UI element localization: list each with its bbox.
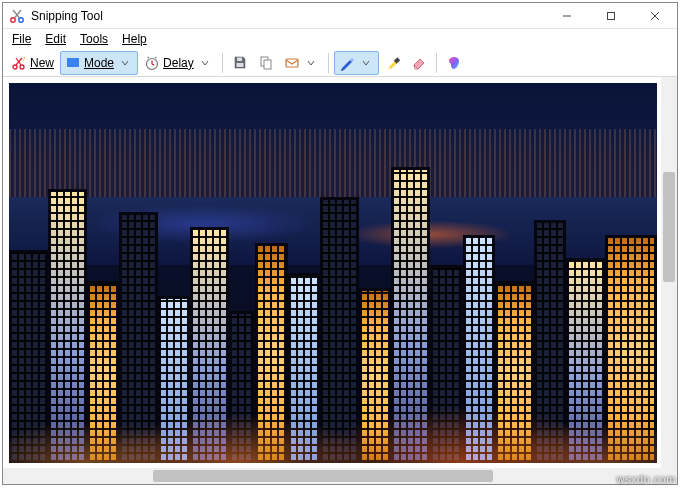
copy-button[interactable] — [254, 51, 278, 75]
vertical-scroll-thumb[interactable] — [663, 172, 675, 282]
canvas-viewport — [3, 77, 661, 468]
svg-rect-12 — [286, 59, 298, 67]
menu-edit[interactable]: Edit — [38, 30, 73, 48]
new-label: New — [30, 56, 54, 70]
chevron-down-icon — [117, 55, 133, 71]
highlighter-icon — [385, 55, 401, 71]
paint3d-button[interactable] — [442, 51, 466, 75]
window-title: Snipping Tool — [31, 9, 545, 23]
email-button[interactable] — [280, 51, 323, 75]
highlighter-button[interactable] — [381, 51, 405, 75]
svg-point-4 — [20, 65, 24, 69]
horizontal-scroll-thumb[interactable] — [153, 470, 493, 482]
app-window: Snipping Tool File Edit Tools Help — [2, 2, 678, 485]
delay-button[interactable]: Delay — [140, 51, 217, 75]
menu-help[interactable]: Help — [115, 30, 154, 48]
menubar: File Edit Tools Help — [3, 29, 677, 49]
svg-point-3 — [13, 65, 17, 69]
svg-rect-5 — [67, 58, 79, 67]
pen-button[interactable] — [334, 51, 379, 75]
mode-button[interactable]: Mode — [60, 51, 138, 75]
paint3d-icon — [446, 55, 462, 71]
scissors-sparkle-icon — [11, 55, 27, 71]
chevron-down-icon — [197, 55, 213, 71]
delay-label: Delay — [163, 56, 194, 70]
svg-point-1 — [19, 17, 23, 21]
new-button[interactable]: New — [7, 51, 58, 75]
svg-rect-2 — [608, 12, 615, 19]
pen-icon — [339, 55, 355, 71]
svg-point-0 — [11, 17, 15, 21]
watermark: wsxdn.com — [616, 473, 676, 485]
copy-icon — [258, 55, 274, 71]
menu-tools[interactable]: Tools — [73, 30, 115, 48]
svg-rect-11 — [264, 60, 271, 69]
rectangle-icon — [65, 55, 81, 71]
menu-file[interactable]: File — [5, 30, 38, 48]
chevron-down-icon — [303, 55, 319, 71]
vertical-scrollbar[interactable] — [661, 77, 677, 468]
menu-edit-label: Edit — [45, 32, 66, 46]
toolbar: New Mode Delay — [3, 49, 677, 77]
minimize-button[interactable] — [545, 3, 589, 29]
eraser-button[interactable] — [407, 51, 431, 75]
toolbar-separator — [222, 53, 223, 73]
envelope-icon — [284, 55, 300, 71]
mode-label: Mode — [84, 56, 114, 70]
chevron-down-icon — [358, 55, 374, 71]
save-button[interactable] — [228, 51, 252, 75]
menu-tools-label: Tools — [80, 32, 108, 46]
floppy-icon — [232, 55, 248, 71]
menu-help-label: Help — [122, 32, 147, 46]
scissors-icon — [9, 8, 25, 24]
horizontal-scrollbar[interactable] — [3, 468, 661, 484]
titlebar: Snipping Tool — [3, 3, 677, 29]
captured-image — [9, 83, 657, 463]
close-button[interactable] — [633, 3, 677, 29]
clock-icon — [144, 55, 160, 71]
toolbar-separator — [328, 53, 329, 73]
toolbar-separator — [436, 53, 437, 73]
maximize-button[interactable] — [589, 3, 633, 29]
svg-rect-8 — [237, 57, 242, 61]
eraser-icon — [411, 55, 427, 71]
svg-rect-9 — [236, 63, 243, 67]
snip-canvas[interactable] — [9, 83, 657, 463]
menu-file-label: File — [12, 32, 31, 46]
